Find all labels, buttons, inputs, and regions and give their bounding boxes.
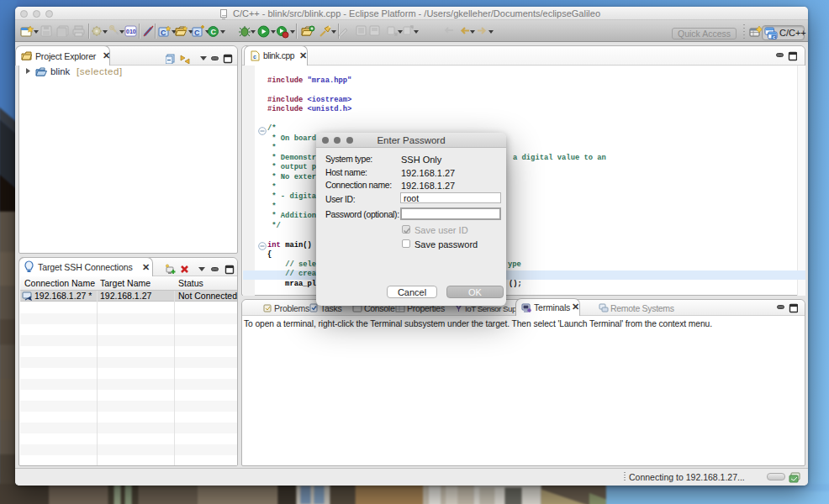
svg-text:C: C	[161, 29, 166, 37]
svg-text:C: C	[211, 28, 217, 36]
svg-text:C: C	[194, 29, 200, 37]
svg-text:c: c	[773, 34, 775, 39]
svg-text:010: 010	[126, 29, 136, 34]
svg-text:c: c	[253, 54, 256, 60]
